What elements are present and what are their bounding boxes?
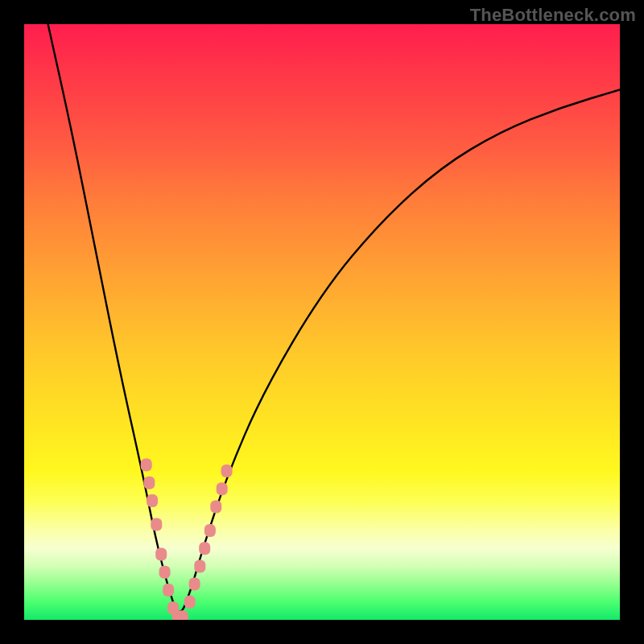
chart-stage: TheBottleneck.com [0,0,644,644]
gradient-background [24,24,620,620]
plot-area [24,24,620,620]
watermark-text: TheBottleneck.com [470,5,636,26]
